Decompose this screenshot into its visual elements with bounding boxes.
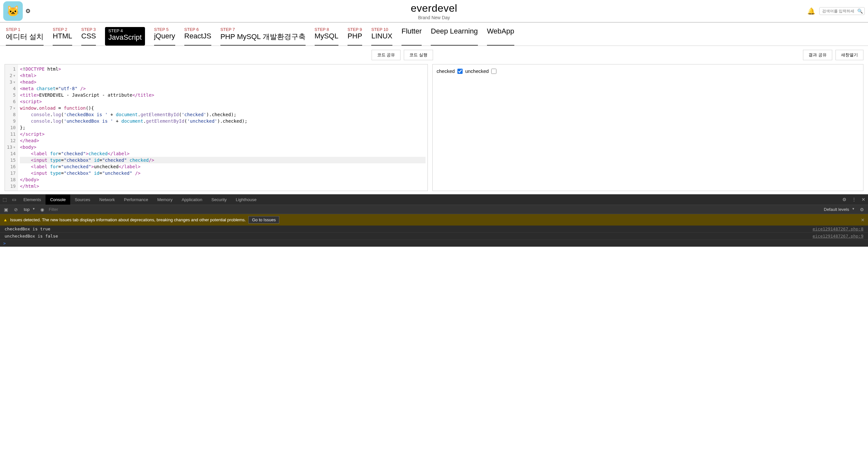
devtools-tab-elements[interactable]: Elements [19, 195, 45, 205]
log-source-link[interactable]: eice1291487267.php:8 [812, 227, 863, 231]
step-name: CSS [81, 32, 96, 40]
line-number: 6 [7, 98, 16, 105]
gutter: 12▾3▾4567▾8910111213▾141516171819 [5, 64, 18, 191]
search-icon[interactable]: 🔍 [857, 8, 863, 14]
levels-select[interactable]: Default levels [823, 206, 855, 213]
gear-small-icon[interactable]: ⚙ [859, 207, 865, 212]
code-line[interactable]: console.log('checkedBox is ' + document.… [20, 111, 426, 118]
editor-pane[interactable]: 12▾3▾4567▾8910111213▾141516171819 <!DOCT… [5, 64, 428, 191]
step-label: STEP 6 [184, 27, 211, 32]
line-number: 5 [7, 92, 16, 98]
code-line[interactable]: <input type="checkbox" id="checked" chec… [20, 157, 426, 163]
result-row: checked unchecked [437, 68, 859, 74]
checkbox-checked[interactable] [457, 69, 463, 74]
nav-step-php[interactable]: STEP 9PHP [347, 27, 362, 46]
line-number: 17 [7, 170, 16, 176]
devtools-tab-application[interactable]: Application [177, 195, 207, 205]
devtools-tab-network[interactable]: Network [95, 195, 120, 205]
nav-step-css[interactable]: STEP 3CSS [81, 27, 96, 46]
more-icon[interactable]: ⋮ [849, 194, 859, 205]
line-number: 12 [7, 137, 16, 144]
nav-step-reactjs[interactable]: STEP 6ReactJS [184, 27, 211, 46]
devtools-warning: ▲ Issues detected. The new Issues tab di… [0, 214, 868, 226]
result-pane: checked unchecked [432, 64, 863, 191]
filter-input[interactable] [49, 207, 819, 212]
line-number: 19 [7, 183, 16, 190]
step-name: Deep Learning [431, 27, 477, 35]
run-code-button[interactable]: 코드 실행 [404, 50, 433, 60]
new-window-button[interactable]: 새창열기 [836, 50, 863, 60]
line-number: 13▾ [7, 144, 16, 150]
settings-icon[interactable]: ⚙ [840, 194, 849, 205]
nav-step-javascript[interactable]: STEP 4JavaScript [105, 27, 145, 46]
toolbar-right: 결과 공유 새창열기 [803, 50, 863, 60]
code-line[interactable]: </head> [20, 137, 426, 144]
close-icon[interactable]: ✕ [859, 194, 868, 205]
code-line[interactable]: <head> [20, 79, 426, 85]
code-line[interactable]: <html> [20, 72, 426, 79]
code-line[interactable]: <body> [20, 144, 426, 150]
line-number: 18 [7, 176, 16, 183]
line-number: 4 [7, 85, 16, 92]
label-checked: checked [437, 68, 455, 74]
step-label: STEP 7 [220, 27, 306, 32]
nav-step-php-mysql-개발환경구축[interactable]: STEP 7PHP MySQL 개발환경구축 [220, 27, 306, 46]
devtools-tab-lighthouse[interactable]: Lighthouse [231, 195, 261, 205]
step-label: STEP 3 [81, 27, 96, 32]
code-line[interactable]: <!DOCTYPE html> [20, 66, 426, 72]
step-name: 에디터 설치 [6, 32, 43, 41]
share-code-button[interactable]: 코드 공유 [372, 50, 401, 60]
step-name: LINUX [371, 32, 393, 40]
code-line[interactable]: }; [20, 124, 426, 131]
devtools-tab-console[interactable]: Console [45, 195, 70, 205]
nav-step-에디터-설치[interactable]: STEP 1에디터 설치 [6, 27, 43, 46]
checkbox-unchecked[interactable] [491, 69, 496, 74]
console-prompt[interactable]: > [0, 240, 868, 247]
log-source-link[interactable]: eice1291487267.php:9 [812, 234, 863, 238]
nav-step-linux[interactable]: STEP 10LINUX [371, 27, 393, 46]
nav-step-html[interactable]: STEP 2HTML [53, 27, 72, 46]
gear-icon[interactable]: ⚙ [25, 7, 31, 15]
nav-step-flutter[interactable]: Flutter [402, 27, 422, 46]
step-name: HTML [53, 32, 72, 40]
brand-title: everdevel [411, 2, 457, 14]
clear-icon[interactable]: ⊘ [13, 207, 19, 212]
brand: everdevel Brand New Day [411, 2, 457, 20]
share-result-button[interactable]: 결과 공유 [803, 50, 832, 60]
warning-close-icon[interactable]: ✕ [861, 217, 865, 223]
nav-step-jquery[interactable]: STEP 5jQuery [154, 27, 175, 46]
code-line[interactable]: <title>EVERDEVEL - JavaScript - attribut… [20, 92, 426, 98]
code-area[interactable]: <!DOCTYPE html><html><head><meta charset… [18, 64, 428, 191]
go-to-issues-button[interactable]: Go to Issues [248, 216, 279, 224]
code-line[interactable]: </html> [20, 183, 426, 190]
context-select[interactable]: top [23, 206, 36, 213]
toolbar-center: 코드 공유 코드 실행 [372, 50, 433, 60]
step-label: STEP 4 [108, 28, 142, 33]
code-line[interactable]: <meta charset="utf-8" /> [20, 85, 426, 92]
code-line[interactable]: </body> [20, 176, 426, 183]
nav-step-deep-learning[interactable]: Deep Learning [431, 27, 477, 46]
devtools-tab-sources[interactable]: Sources [70, 195, 95, 205]
code-line[interactable]: <input type="checkbox" id="unchecked" /> [20, 170, 426, 176]
code-line[interactable]: window.onload = function(){ [20, 105, 426, 111]
inspect-icon[interactable]: ⬚ [0, 194, 9, 205]
header: 🐱 ⚙ everdevel Brand New Day 🔔 🔍 [0, 0, 868, 23]
play-icon[interactable]: ▣ [3, 207, 9, 212]
code-line[interactable]: console.log('uncheckedBox is ' + documen… [20, 118, 426, 124]
step-name: JavaScript [108, 33, 142, 41]
eye-icon[interactable]: ◉ [39, 207, 45, 212]
devtools-tab-security[interactable]: Security [207, 195, 231, 205]
console-log: checkedBox is trueeice1291487267.php:8un… [0, 226, 868, 240]
device-icon[interactable]: ▭ [9, 194, 19, 205]
code-line[interactable]: </script> [20, 131, 426, 137]
log-row: uncheckedBox is falseeice1291487267.php:… [0, 233, 868, 240]
nav-step-webapp[interactable]: WebApp [487, 27, 514, 46]
devtools-tab-performance[interactable]: Performance [119, 195, 152, 205]
code-line[interactable]: <script> [20, 98, 426, 105]
bell-icon[interactable]: 🔔 [807, 7, 815, 15]
code-line[interactable]: <label for="checked">checked</label> [20, 150, 426, 157]
nav-step-mysql[interactable]: STEP 8MySQL [315, 27, 338, 46]
code-line[interactable]: <label for="unchecked">unchecked</label> [20, 163, 426, 170]
devtools-tab-memory[interactable]: Memory [153, 195, 177, 205]
logo[interactable]: 🐱 [3, 1, 23, 21]
